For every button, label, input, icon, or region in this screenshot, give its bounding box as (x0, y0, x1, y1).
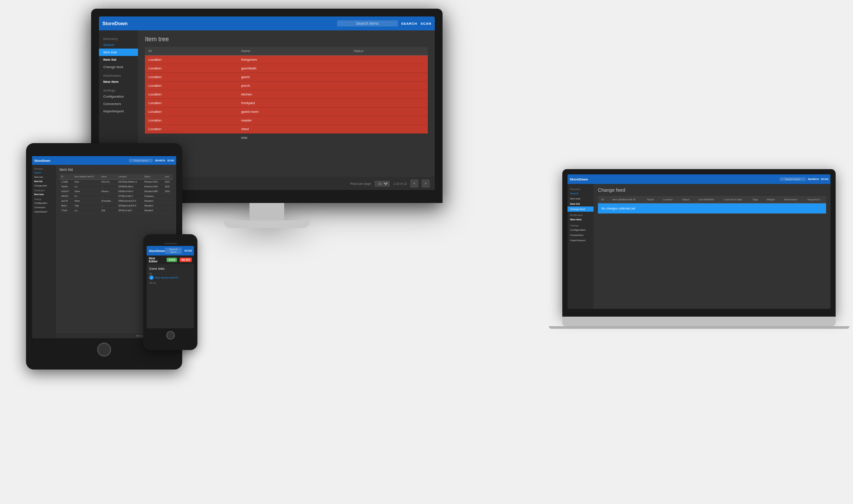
laptop-scan-button[interactable]: SCAN (821, 178, 828, 180)
laptop-main-content: Change feed ID Item labelled with ID Nam… (594, 184, 830, 309)
tablet-home-button[interactable] (97, 343, 111, 357)
laptop-col-dimensions: Dimensions (781, 196, 804, 203)
monitor-sidebar-section-settings: Settings (99, 85, 138, 93)
laptop-sidebar-section-modification: Modification (568, 212, 594, 217)
monitor-sidebar-item-search[interactable]: Search (99, 41, 138, 49)
table-row[interactable]: Locationshed (145, 125, 428, 134)
table-row[interactable]: 9faCoYepl...3234/journey3/S-5Standard (59, 203, 173, 208)
phone-id-placeholder: New id(auto-add ID) (155, 276, 178, 279)
monitor-content-area: Item tree ID Name Status (138, 30, 435, 177)
tablet-app-header: StoreDown Search items SEARCH SCAN (32, 156, 176, 165)
laptop-col-weight: Weight (763, 196, 781, 203)
laptop-content-area: Change feed ID Item labelled with ID Nam… (594, 184, 830, 309)
tablet-sidebar-item-connectors[interactable]: Connectors (32, 205, 56, 209)
prev-page-button[interactable]: < (410, 180, 418, 187)
monitor-sidebar-item-connectors[interactable]: Connectors (99, 100, 138, 108)
table-row[interactable]: e4b7b10.x...37/08/a.9-dfrc7Compass... (59, 194, 173, 199)
monitor-scan-button[interactable]: SCAN (420, 22, 431, 26)
laptop-app-header: StoreDown Search items SEARCH SCAN (568, 174, 830, 184)
phone-id-field-value: ✓ New id(auto-add ID) (149, 275, 191, 280)
monitor-sidebar-item-change-feed[interactable]: Change feed (99, 63, 138, 71)
table-row[interactable]: Locationguestbath (145, 64, 428, 73)
phone-scan-button[interactable]: SCAN (184, 249, 192, 252)
laptop-device: StoreDown Search items SEARCH SCAN Disco… (562, 169, 836, 329)
table-row[interactable]: 77ec8a.sSalt3978/a.9-afrc7Standard (59, 208, 173, 213)
tablet-sidebar-item-item-tree[interactable]: Item tree (32, 175, 56, 179)
tablet-page-title: Item list (59, 167, 173, 172)
laptop-screen: StoreDown Search items SEARCH SCAN Disco… (568, 174, 830, 309)
tablet-sidebar-item-import-export[interactable]: Import/export (32, 209, 56, 214)
phone-delete-button[interactable]: NE INT (180, 258, 192, 262)
table-row[interactable]: Locationfrontyard (145, 99, 428, 108)
tablet-app-logo: StoreDown (34, 159, 50, 162)
table-row[interactable]: Locationguest (145, 73, 428, 82)
laptop-sidebar-item-item-list[interactable]: Item list (568, 201, 594, 206)
laptop-sidebar-section-discovery: Discovery (568, 186, 594, 191)
laptop-sidebar-item-import-export[interactable]: Import/export (568, 238, 594, 243)
table-row[interactable]: Locationporch (145, 82, 428, 90)
monitor-sidebar-item-item-tree[interactable]: Item tree (99, 49, 138, 56)
laptop-col-last-touch: Last touch date (721, 196, 749, 203)
laptop-col-acquired: Acquired d (804, 196, 826, 203)
table-row[interactable]: Locationguest room (145, 108, 428, 116)
table-row[interactable]: e1b1%7InboxFlavour...03/08/a.9-dfrc3Stan… (59, 189, 173, 194)
monitor-sidebar-item-configuration[interactable]: Configuration (99, 93, 138, 100)
tablet-item-list-table: ID Item labelled with ID Items Location … (59, 174, 173, 213)
laptop-sidebar-item-change-feed[interactable]: Change feed (568, 206, 594, 212)
tablet-sidebar-item-configuration[interactable]: Configuration (32, 201, 56, 205)
laptop-sidebar-item-configuration[interactable]: Configuration (568, 227, 594, 232)
phone-home-button[interactable] (166, 331, 175, 340)
laptop-sidebar-item-item-tree[interactable]: Item tree (568, 196, 594, 201)
table-row[interactable]: Locationlivingroom (145, 56, 428, 64)
no-changes-message: No changes collected yet (598, 203, 826, 214)
laptop-sidebar-item-search[interactable]: Search (568, 191, 594, 196)
phone-app-header: StoreDown Search items SCAN (147, 246, 194, 255)
tablet-sidebar-item-new-item[interactable]: New item (32, 192, 56, 196)
phone-item-editor-content: Core info ID ✓ New id(auto-add ID) Na se (147, 264, 194, 287)
monitor-search-bar[interactable]: Search items (337, 20, 398, 26)
tablet-search-bar[interactable]: Search items (129, 159, 153, 162)
laptop-col-item-label: Item labelled with ID (609, 196, 643, 203)
tablet-scan-button[interactable]: SCAN (167, 159, 174, 162)
phone-id-checkbox[interactable]: ✓ (149, 275, 154, 280)
laptop-col-location: Location (659, 196, 679, 203)
phone-core-info-title: Core info (149, 267, 191, 271)
phone-app-logo: StoreDown (149, 249, 165, 252)
table-row[interactable]: kids (145, 134, 428, 142)
tablet-sidebar-item-search[interactable]: Search (32, 170, 56, 175)
monitor-page-title: Item tree (145, 36, 428, 43)
table-row[interactable]: 1.2a958.locFSLA-N...2024/San-Martin-r1Pr… (59, 180, 173, 184)
monitor-main-content: Item tree ID Name Status (138, 30, 435, 190)
laptop-sidebar-section-settings: Settings (568, 222, 594, 227)
phone-earpiece (164, 243, 177, 244)
phone-search-bar[interactable]: Search items (165, 248, 182, 254)
tablet-search-button[interactable]: SEARCH (155, 159, 165, 162)
laptop-search-bar[interactable]: Search items (780, 177, 806, 181)
rows-per-page-select[interactable]: 10 25 50 (375, 181, 390, 187)
laptop-search-button[interactable]: SEARCH (808, 178, 819, 180)
table-row[interactable]: 1ae.05InboxDressade...3096/Journey1S-5St… (59, 199, 173, 203)
monitor-col-id: ID (145, 47, 238, 56)
laptop-change-feed-table: ID Item labelled with ID Name Location S… (598, 196, 826, 214)
table-row[interactable]: Locationkitchen (145, 90, 428, 99)
laptop-col-id: ID (598, 196, 609, 203)
monitor-sidebar-section-discovery: Discovery (99, 34, 138, 41)
laptop-app-layout: Discovery Search Item tree Item list Cha… (568, 184, 830, 309)
laptop-sidebar-item-new-item[interactable]: New item (568, 217, 594, 222)
table-row[interactable]: Locationmaster (145, 116, 428, 125)
monitor-sidebar-item-new-item[interactable]: New item (99, 78, 138, 85)
laptop-col-last-modified: Last Modified (695, 196, 721, 203)
tablet-sidebar-item-item-list[interactable]: Item list (32, 179, 56, 183)
tablet-sidebar-item-change-feed[interactable]: Change feed (32, 183, 56, 188)
monitor-sidebar-item-item-list[interactable]: Item list (99, 56, 138, 63)
laptop-sidebar-item-connectors[interactable]: Connectors (568, 232, 594, 238)
monitor-search-button[interactable]: SEARCH (401, 22, 417, 26)
laptop-base-bottom (549, 326, 850, 329)
next-page-button[interactable]: > (422, 180, 430, 187)
laptop-col-status: Status (679, 196, 695, 203)
table-row[interactable]: 7fe43ua.s...02/08/Stir-Ban1Premium RAC20… (59, 184, 173, 189)
monitor-sidebar-item-import-export[interactable]: Import/export (99, 108, 138, 115)
monitor-item-tree-table: ID Name Status Locationlivingroom (145, 47, 428, 142)
phone-item-editor-title: ItemEditor (149, 257, 157, 263)
phone-save-button[interactable]: SAVE (167, 258, 177, 262)
